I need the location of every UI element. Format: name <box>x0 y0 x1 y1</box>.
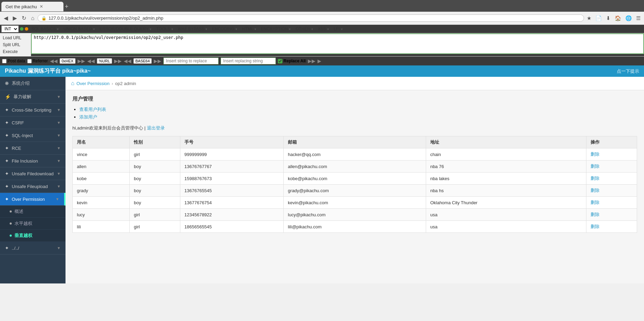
encode-url-button[interactable]: %URL <box>97 58 112 64</box>
load-url-button[interactable]: Load URL <box>1 35 29 41</box>
sidebar-item-xss[interactable]: ✦ Cross-Site Scripting ▼ <box>0 104 66 116</box>
home-button[interactable]: ⌂ <box>29 14 36 22</box>
cell-phone: 18656565545 <box>180 221 283 233</box>
hackbar-encryption[interactable]: ENCRYPTION ▾ <box>259 26 293 32</box>
cell-action: 删除 <box>586 221 637 233</box>
encode-base64-button[interactable]: BASE64 <box>133 58 152 64</box>
home2-icon[interactable]: 🏠 <box>613 14 623 22</box>
add-user-link[interactable]: 添加用户 <box>79 114 97 120</box>
referrer-check[interactable]: Referrer <box>27 59 48 63</box>
sidebar-item-extra[interactable]: ✦ ../../ ▼ <box>0 242 66 255</box>
sidebar-item-intro[interactable]: ❋ 系统介绍 <box>0 77 66 90</box>
unsafeupload-chevron-icon: ▼ <box>57 184 61 188</box>
sidebar-item-rce[interactable]: ✦ RCE ▼ <box>0 142 66 155</box>
sub-dot-horizontal <box>10 222 12 225</box>
fileinclusion-icon: ✦ <box>5 158 9 164</box>
hackbar-other[interactable]: OTHER ▾ <box>294 26 314 32</box>
logout-link[interactable]: 退出登录 <box>147 125 165 131</box>
hackbar-encoding[interactable]: ENCODING ▾ <box>210 26 239 32</box>
delete-link[interactable]: 删除 <box>591 224 600 229</box>
insert-string-to-replace-input[interactable] <box>163 58 219 64</box>
sidebar-sub-overview[interactable]: 概述 <box>0 206 66 218</box>
cell-phone: 12345678922 <box>180 209 283 221</box>
encode-0xhex-button[interactable]: 0xHEX <box>60 58 76 64</box>
sidebar-item-brute[interactable]: ⚡ 暴力破解 ▼ <box>0 90 66 104</box>
sidebar-label-rce: RCE <box>12 146 57 151</box>
delete-link[interactable]: 删除 <box>591 188 600 193</box>
hackbar-sql-basics[interactable]: SQL BASICS ▾ <box>30 26 60 32</box>
sidebar-label-xss: Cross-Site Scripting <box>12 107 57 113</box>
extensions-icon[interactable]: 🌐 <box>624 14 633 22</box>
back-button[interactable]: ◀ <box>2 14 10 22</box>
sidebar-item-fileinclusion[interactable]: ✦ File Inclusion ▼ <box>0 155 66 167</box>
encode-arrow6: ▶▶ <box>154 58 161 64</box>
referrer-checkbox[interactable] <box>27 59 32 63</box>
post-data-check[interactable]: Post data <box>2 59 25 63</box>
tab-title: Get the pikachu <box>6 4 37 9</box>
cell-action: 删除 <box>586 209 637 221</box>
hackbar-error-double[interactable]: ERROR/DOUBLE QUERY ▾ <box>98 26 153 32</box>
hackbar-xss[interactable]: XSS ▾ <box>316 26 331 32</box>
post-data-checkbox[interactable] <box>2 59 7 63</box>
cell-phone: 13677676754 <box>180 197 283 209</box>
sidebar-sub-vertical[interactable]: 垂直越权 <box>0 230 66 242</box>
delete-link[interactable]: 删除 <box>591 200 600 205</box>
new-tab-button[interactable]: + <box>65 3 69 10</box>
encode-arrow3: ◀◀ <box>87 58 95 64</box>
brute-chevron-icon: ▼ <box>57 95 61 99</box>
tab-close-icon[interactable]: ✕ <box>40 4 43 9</box>
page-header: Pikachu 漏洞练习平台 pika~pika~ 点一下提示 <box>0 65 644 77</box>
view-users-link[interactable]: 查看用户列表 <box>79 107 106 112</box>
replace-all-check[interactable]: Replace All <box>278 59 305 63</box>
cell-address: nba 76 <box>426 160 586 173</box>
cell-phone: 13676765545 <box>180 185 283 197</box>
hackbar-html[interactable]: HTML ▾ <box>240 26 258 32</box>
sidebar-item-unsafeupload[interactable]: ✦ Unsafe Fileupload ▼ <box>0 180 66 193</box>
cell-email: allen@pikachu.com <box>284 160 426 173</box>
split-url-button[interactable]: Split URL <box>1 42 29 48</box>
cell-username: grady <box>73 185 130 197</box>
reader-icon[interactable]: 📄 <box>594 14 603 22</box>
delete-link[interactable]: 删除 <box>591 164 600 169</box>
cell-address: Oklahoma City Thunder <box>426 197 586 209</box>
browser-tab[interactable]: Get the pikachu ✕ <box>1 2 63 11</box>
sidebar-label-unsafeupload: Unsafe Fileupload <box>12 184 57 189</box>
sidebar-sub-horizontal[interactable]: 水平越权 <box>0 218 66 230</box>
hackbar-lfi[interactable]: LFI ▾ <box>332 26 344 32</box>
hackbar-tools[interactable]: TOOLS ▾ <box>154 26 175 32</box>
content-area: ⌂ Over Permission › op2 admin 用户管理 查看用户列… <box>66 77 644 283</box>
sidebar-item-unsafedownload[interactable]: ✦ Unsafe Filedownload ▼ <box>0 167 66 180</box>
cell-gender: boy <box>130 173 180 185</box>
hint-button[interactable]: 点一下提示 <box>617 68 639 74</box>
unsafedownload-chevron-icon: ▼ <box>57 172 61 176</box>
sidebar: ❋ 系统介绍 ⚡ 暴力破解 ▼ ✦ Cross-Site Scripting ▼… <box>0 77 66 283</box>
execute-button[interactable]: Execute <box>1 49 29 55</box>
table-row: allenboy13676767767allen@pikachu.comnba … <box>73 160 637 173</box>
bookmark-icon[interactable]: ★ <box>585 14 593 22</box>
forward-button[interactable]: ▶ <box>11 14 19 22</box>
delete-link[interactable]: 删除 <box>591 152 600 157</box>
reload-button[interactable]: ↻ <box>20 14 28 22</box>
hackbar-type-select[interactable]: INT <box>1 25 19 32</box>
extra-icon: ✦ <box>5 245 9 251</box>
hackbar-waf-bypass[interactable]: WAF BYPASS ▾ <box>176 26 209 32</box>
delete-link[interactable]: 删除 <box>591 212 600 217</box>
cell-address: nba hs <box>426 185 586 197</box>
sidebar-item-csrf[interactable]: ✦ CSRF ▼ <box>0 116 66 129</box>
delete-link[interactable]: 删除 <box>591 176 600 181</box>
download-icon[interactable]: ⬇ <box>605 14 612 22</box>
status-dot-orange <box>25 27 28 31</box>
hackbar-union-based[interactable]: UNION BASED ▾ <box>62 26 97 32</box>
hackbar-url-input[interactable]: http://127.0.0.1/pikachu/vul/overpermiss… <box>31 33 644 54</box>
insert-replacing-string-input[interactable] <box>221 58 276 64</box>
sidebar-item-sqlinject[interactable]: ✦ SQL-Inject ▼ <box>0 129 66 142</box>
sidebar-sub-label-vertical: 垂直越权 <box>14 232 32 239</box>
menu-icon[interactable]: ☰ <box>635 14 642 22</box>
unsafedownload-icon: ✦ <box>5 171 9 176</box>
replace-all-checkbox[interactable] <box>278 59 282 63</box>
sidebar-item-overpermission[interactable]: ✦ Over Permission ▼ <box>0 193 66 206</box>
breadcrumb-parent-link[interactable]: Over Permission <box>77 81 110 86</box>
csrf-icon: ✦ <box>5 120 9 125</box>
cell-email: grady@pikachu.com <box>284 185 426 197</box>
post-data-label: Post data <box>8 59 25 63</box>
